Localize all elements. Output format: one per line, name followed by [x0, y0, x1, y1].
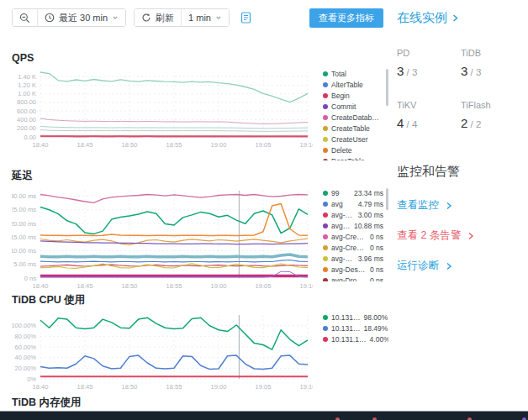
monitor-alert-heading: 监控和告警	[397, 164, 525, 180]
svg-text:18:40: 18:40	[33, 383, 49, 391]
clock-icon	[45, 13, 55, 23]
legend-dot	[323, 71, 328, 76]
legend-item[interactable]: Commit	[323, 101, 383, 112]
svg-text:19:00: 19:00	[211, 383, 227, 391]
refresh-interval-select[interactable]: 1 min	[182, 9, 229, 26]
legend-series-name: Total	[331, 70, 346, 78]
zoom-out-button[interactable]	[13, 9, 38, 26]
svg-text:0 ns: 0 ns	[24, 275, 36, 282]
refresh-icon	[141, 13, 151, 23]
refresh-label: 刷新	[156, 12, 174, 24]
time-range-select[interactable]: 最近 30 min	[38, 9, 125, 26]
legend-dot	[323, 202, 328, 207]
legend-dot	[323, 326, 328, 331]
legend-series-name: avg…	[331, 222, 350, 230]
qps-chart-section: QPS 0.00200.00400.00600.00800.001.00 K1.…	[12, 52, 388, 160]
legend-series-name: avg-Des…	[331, 265, 365, 274]
latency-chart-plot[interactable]: 0 ns5.00 ms10.00 ms15.00 ms20.00 ms25.00…	[12, 187, 313, 291]
bottom-bar	[0, 411, 528, 420]
legend-series-name: Delete	[331, 146, 352, 155]
svg-text:30.00 ms: 30.00 ms	[12, 192, 36, 200]
legend-series-name: Begin	[331, 92, 350, 100]
instance-count: 2 / 2	[461, 116, 525, 130]
chevron-right-icon	[451, 13, 459, 23]
legend-dot	[323, 245, 328, 250]
qps-chart-plot[interactable]: 0.00200.00400.00600.00800.001.00 K1.20 K…	[12, 68, 313, 150]
legend-item[interactable]: avg-…3.96 ms	[323, 253, 383, 264]
monitor-link[interactable]: 查看监控	[397, 198, 525, 213]
legend-item[interactable]: 9923.34 ms	[323, 187, 383, 198]
instance-card: TiDB3 / 3	[461, 48, 525, 78]
tidb-memory-chart-title: TiDB 内存使用	[12, 396, 388, 410]
legend-item[interactable]: CreateDatab…	[323, 112, 383, 123]
legend-item[interactable]: 10.131.1…4.00%	[323, 333, 383, 344]
svg-text:18:50: 18:50	[122, 141, 138, 149]
legend-scrollbar[interactable]	[386, 188, 388, 210]
instance-label: PD	[397, 48, 461, 58]
legend-series-value: 3.96 ms	[358, 255, 383, 263]
legend-item[interactable]: 10.131…18.49%	[323, 323, 383, 333]
report-document-icon	[240, 12, 251, 24]
svg-text:40.00%: 40.00%	[15, 354, 37, 361]
svg-text:19:00: 19:00	[211, 141, 227, 149]
tidb-cpu-legend: 10.131…98.00%10.131…18.49%10.131.1…4.00%	[323, 312, 388, 392]
legend-item[interactable]: DescTable	[323, 155, 383, 160]
svg-text:18:40: 18:40	[33, 141, 49, 149]
legend-series-name: avg-Cre…	[331, 244, 364, 252]
legend-item[interactable]: Delete	[323, 144, 383, 155]
legend-scrollbar[interactable]	[386, 69, 388, 106]
svg-text:18:45: 18:45	[77, 383, 93, 391]
svg-text:20.00%: 20.00%	[15, 365, 37, 372]
legend-item[interactable]: Begin	[323, 90, 383, 101]
tidb-cpu-chart-plot[interactable]: 0%20.00%40.00%60.00%80.00%100.00%18:4018…	[12, 312, 313, 392]
legend-series-value: 4.79 ms	[358, 200, 383, 208]
legend-dot	[323, 256, 328, 261]
svg-text:0.00: 0.00	[24, 134, 36, 141]
legend-item[interactable]: avg-Cre…0 ns	[323, 231, 383, 242]
monitor-link[interactable]: 查看 2 条告警	[397, 228, 525, 243]
legend-item[interactable]: avg4.79 ms	[323, 198, 383, 209]
svg-text:1.40 K: 1.40 K	[18, 73, 36, 81]
instance-count: 3 / 3	[461, 64, 525, 78]
instance-count: 4 / 4	[397, 116, 461, 130]
legend-dot	[323, 278, 328, 282]
legend-series-value: 23.34 ms	[354, 189, 383, 197]
legend-item[interactable]: CreateTable	[323, 123, 383, 134]
legend-series-name: CreateTable	[331, 124, 370, 133]
svg-text:19:05: 19:05	[256, 141, 272, 149]
instance-count: 3 / 3	[397, 64, 461, 78]
legend-item[interactable]: avg-Des…0 ns	[323, 264, 383, 275]
svg-text:15.00 ms: 15.00 ms	[12, 234, 36, 241]
legend-item[interactable]: avg-…3.00 ms	[323, 209, 383, 220]
monitor-link-label: 运行诊断	[397, 259, 439, 273]
monitor-link-label: 查看 2 条告警	[397, 228, 461, 243]
legend-item[interactable]: 10.131…98.00%	[323, 312, 383, 323]
legend-series-name: avg-Cre…	[331, 233, 364, 241]
view-more-metrics-button[interactable]: 查看更多指标	[309, 8, 383, 28]
metrics-report-button[interactable]	[240, 12, 251, 24]
online-instances-link[interactable]: 在线实例	[397, 10, 525, 26]
legend-dot	[323, 148, 328, 153]
refresh-button[interactable]: 刷新	[135, 9, 182, 26]
qps-legend: TotalAlterTableBeginCommitCreateDatab…Cr…	[323, 68, 388, 160]
instance-card: PD3 / 3	[397, 48, 461, 78]
legend-series-value: 0 ns	[370, 233, 383, 241]
legend-item[interactable]: AlterTable	[323, 79, 383, 90]
legend-dot	[323, 137, 328, 142]
svg-text:200.00: 200.00	[17, 124, 36, 132]
svg-text:19:05: 19:05	[256, 383, 272, 391]
monitor-link[interactable]: 运行诊断	[397, 259, 525, 273]
zoom-out-icon	[19, 13, 30, 24]
svg-text:800.00: 800.00	[17, 98, 36, 106]
svg-text:5.00 ms: 5.00 ms	[13, 260, 36, 268]
legend-item[interactable]: avg-Cre…0 ns	[323, 242, 383, 253]
legend-series-name: avg-Dro…	[331, 276, 364, 282]
sidebar: 在线实例 PD3 / 3TiDB3 / 3TiKV4 / 4TiFlash2 /…	[388, 0, 528, 420]
legend-series-name: avg-…	[331, 211, 352, 219]
legend-item[interactable]: avg-Dro…0 ns	[323, 275, 383, 281]
legend-item[interactable]: CreateUser	[323, 134, 383, 144]
legend-item[interactable]: avg…10.88 ms	[323, 220, 383, 231]
chevron-down-icon	[112, 14, 119, 21]
legend-item[interactable]: Total	[323, 68, 383, 79]
instance-label: TiDB	[461, 48, 525, 58]
